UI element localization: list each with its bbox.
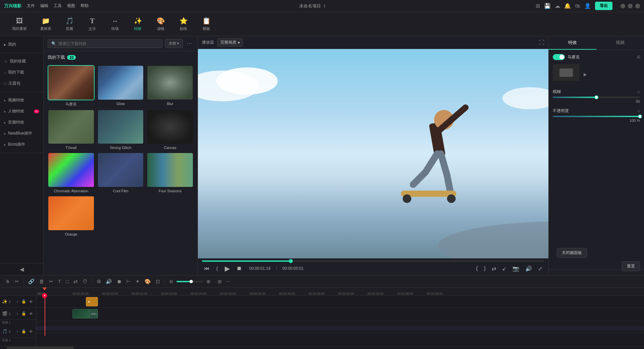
sidebar-item-favorites[interactable]: ☆ 我的收藏 — [0, 56, 43, 67]
effect-tvwall[interactable]: TVwall — [48, 109, 95, 150]
icon-save[interactable]: 💾 — [544, 3, 551, 9]
mask-expand-arrow[interactable]: ▶ — [584, 72, 587, 77]
progress-bar[interactable] — [202, 260, 544, 262]
timeline-delete-btn[interactable]: 🗑 — [38, 278, 46, 285]
effect-copy-icon[interactable]: ⎘ — [637, 54, 640, 60]
fx-track-add-btn[interactable]: + — [15, 299, 19, 304]
sidebar-collapse-btn[interactable]: ◀ — [20, 266, 24, 272]
fx-track-visibility-btn[interactable]: 👁 — [28, 299, 34, 304]
timeline-grid-btn[interactable]: ⊞ — [218, 279, 222, 284]
frame-back-button[interactable]: ⟨ — [214, 265, 220, 272]
effect-chromatic[interactable]: Chromatic Aberration — [48, 152, 95, 193]
blur-thumb[interactable] — [594, 95, 598, 99]
fullscreen-icon[interactable]: ⛶ — [539, 40, 544, 46]
maximize-button[interactable]: □ — [628, 4, 633, 8]
close-button[interactable]: × — [635, 4, 640, 8]
sidebar-item-audio-fx[interactable]: ▸ 音频特效 — [0, 117, 43, 128]
tab-video[interactable]: 视频 — [596, 36, 644, 50]
timeline-color-btn[interactable]: 🎨 — [143, 278, 153, 286]
timeline-audio-btn[interactable]: 🔊 — [104, 278, 114, 286]
volume-button[interactable]: 🔊 — [523, 265, 534, 272]
timeline-cut-btn[interactable]: ✂ — [47, 278, 55, 286]
scrollbar-thumb-h[interactable] — [7, 347, 74, 349]
effect-fourseasons[interactable]: Four Seasons — [147, 152, 194, 193]
icon-screen[interactable]: ⊞ — [536, 3, 540, 9]
video-track-visibility-btn[interactable]: 👁 — [28, 311, 34, 316]
timeline-text-btn[interactable]: T — [56, 278, 63, 285]
blur-slider[interactable] — [553, 97, 640, 98]
mark-out-button[interactable]: } — [482, 265, 488, 272]
tab-effects[interactable]: 特效 — [549, 36, 596, 50]
toolbar-assets[interactable]: 🖼 我的素材 — [7, 14, 32, 34]
icon-cloud[interactable]: ☁ — [555, 3, 560, 9]
timeline-more-btn[interactable]: ⋯ — [226, 279, 230, 284]
zoom-slider[interactable] — [176, 281, 203, 282]
effect-orange[interactable]: Orange — [48, 196, 95, 236]
sidebar-item-video-fx[interactable]: ▸ 视频特效 — [0, 95, 43, 106]
icon-bell[interactable]: 🔔 — [564, 3, 571, 9]
export-button[interactable]: 导出 — [595, 2, 612, 10]
timeline-zoom-in-btn[interactable]: ⊕ — [205, 278, 212, 286]
prev-frame-btn[interactable]: ↙ — [500, 265, 508, 272]
timeline-record-btn[interactable]: ⏺ — [115, 278, 123, 285]
timeline-scrollbar-h[interactable] — [0, 346, 644, 349]
timeline-crop-btn[interactable]: ⊡ — [154, 278, 162, 286]
effect-canvas[interactable]: Canvas — [147, 109, 194, 150]
clip-effect[interactable]: ✦ — [86, 297, 98, 306]
audio-track-visibility-btn[interactable]: 👁 — [28, 329, 34, 334]
sidebar-item-mine[interactable]: ▸ 我的 — [0, 39, 43, 50]
timeline-speed-btn[interactable]: ⏱ — [81, 278, 89, 285]
play-button[interactable]: ▶ — [223, 264, 232, 273]
filter-button[interactable]: 全部 ▾ — [165, 39, 183, 48]
toolbar-template[interactable]: 📋 模版 — [196, 14, 216, 34]
effect-glow[interactable]: Glow — [97, 65, 144, 107]
audio-track-lock-btn[interactable]: 🔓 — [20, 329, 27, 334]
zoom-thumb[interactable] — [190, 280, 193, 283]
close-panel-button[interactable]: 关闭频面板 — [557, 248, 587, 258]
video-track-lock-btn[interactable]: 🔓 — [20, 311, 27, 316]
timeline-mask-btn[interactable]: □ — [64, 278, 70, 285]
timeline-blade-tool[interactable]: ✂ — [13, 278, 21, 286]
menu-help[interactable]: 帮助 — [80, 3, 89, 9]
stop-button[interactable]: ⏹ — [234, 265, 244, 272]
menu-file[interactable]: 文件 — [27, 3, 35, 9]
video-track-add-btn[interactable]: + — [15, 311, 19, 316]
more-options-button[interactable]: ⋯ — [185, 40, 194, 47]
progress-thumb[interactable] — [289, 259, 293, 263]
snapshot-button[interactable]: 📷 — [511, 265, 521, 272]
toolbar-transition[interactable]: ↔ 转场 — [105, 14, 125, 34]
sidebar-item-downloads[interactable]: ↓ 我的下载 — [0, 67, 43, 78]
menu-edit[interactable]: 编辑 — [40, 3, 48, 9]
reset-button[interactable]: 重置 — [622, 261, 640, 271]
clip-video[interactable]: user_guide — [72, 309, 98, 318]
icon-shop[interactable]: 🛍 — [575, 3, 580, 9]
effect-coolfilm[interactable]: Cool Film — [97, 152, 144, 193]
opacity-thumb[interactable] — [638, 114, 642, 118]
effect-mosca[interactable]: 马赛克 — [48, 65, 95, 107]
toolbar-audio[interactable]: 🎵 音频 — [59, 14, 79, 34]
timeline-stabilize-btn[interactable]: ⇄ — [72, 278, 79, 286]
sidebar-item-boris[interactable]: ▸ Boris插件 — [0, 139, 43, 150]
toolbar-library[interactable]: 📁 素材库 — [35, 14, 57, 34]
toolbar-sticker[interactable]: ⭐ 贴纸 — [173, 14, 194, 34]
timeline-link-tool[interactable]: 🔗 — [26, 278, 36, 286]
menu-view[interactable]: 视图 — [67, 3, 75, 9]
sidebar-item-newblue[interactable]: ▸ NewBlue插件 — [0, 128, 43, 139]
effect-toggle[interactable] — [553, 54, 565, 60]
minimize-button[interactable]: − — [621, 4, 625, 8]
timeline-fx-btn[interactable]: ✦ — [134, 278, 142, 286]
blur-keyframe-icon[interactable]: ◇ — [637, 90, 640, 94]
timeline-settings-btn[interactable]: ⚙ — [95, 278, 103, 286]
opacity-slider[interactable] — [553, 116, 640, 117]
sidebar-item-person-fx[interactable]: ▸ 人物特效 N — [0, 106, 43, 117]
opacity-keyframe-icon[interactable]: ◇ — [637, 109, 640, 113]
timeline-select-tool[interactable]: 🖱 — [3, 278, 12, 285]
loop-button[interactable]: ⇄ — [490, 265, 498, 272]
timeline-split-btn[interactable]: ⊢ — [125, 278, 132, 286]
search-input[interactable] — [58, 41, 159, 46]
toolbar-text[interactable]: T 文字 — [82, 14, 102, 34]
timeline-zoom-out-btn[interactable]: ⊖ — [167, 278, 175, 286]
quality-selector[interactable]: 完整画质 ▾ — [217, 38, 243, 47]
toolbar-effects[interactable]: ✨ 特效 — [128, 14, 148, 34]
mark-in-button[interactable]: { — [474, 265, 480, 272]
